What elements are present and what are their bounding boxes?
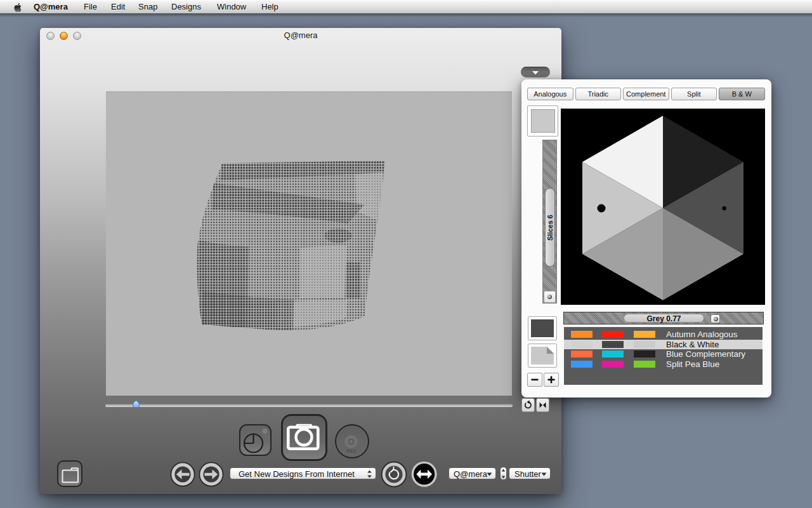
svg-text:REC: REC — [346, 448, 357, 454]
